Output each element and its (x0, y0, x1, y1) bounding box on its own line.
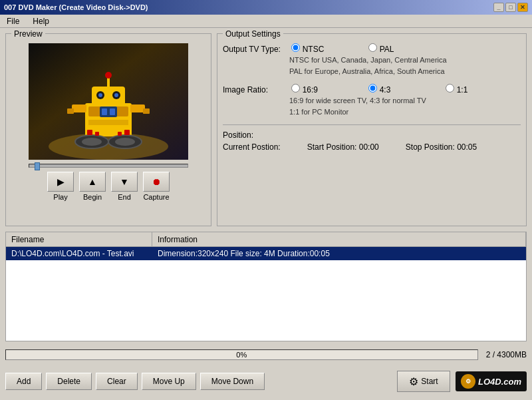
play-button[interactable]: ▶ (47, 172, 74, 192)
play-control: ▶ Play (47, 172, 74, 201)
video-thumbnail (29, 43, 188, 160)
start-label: Start (421, 377, 438, 386)
main-content: Preview (0, 28, 532, 400)
file-list-header: Filename Information (6, 232, 526, 247)
lo4d-icon: ⚙ (461, 374, 475, 389)
svg-rect-22 (124, 130, 130, 135)
preview-panel: Preview (5, 33, 211, 226)
ratio-label: Image Ratio: (223, 85, 289, 95)
table-row[interactable]: D:\LO4D.com\LO4D.com - Test.avi Dimensio… (6, 247, 526, 260)
lo4d-text: LO4D.com (478, 377, 521, 387)
ratio-16-9-radio[interactable] (291, 84, 300, 93)
ratio-16-9-option[interactable]: 16:9 (291, 84, 358, 95)
svg-point-10 (114, 93, 118, 97)
end-button[interactable]: ▼ (111, 172, 138, 192)
end-label: End (118, 193, 131, 201)
ratio-16-9-label: 16:9 (303, 85, 318, 95)
pal-option[interactable]: PAL (368, 43, 435, 54)
start-position: Start Position: 00:00 (307, 142, 379, 152)
ratio-1-1-label: 1:1 (457, 85, 468, 95)
ntsc-radio[interactable] (291, 43, 300, 52)
storage-label: 2 / 4300MB (486, 350, 527, 359)
video-display (29, 43, 188, 160)
ntsc-label: NTSC (303, 45, 325, 54)
svg-point-20 (115, 138, 135, 146)
delete-button[interactable]: Delete (46, 373, 92, 390)
capture-control: ⏺ Capture (143, 172, 170, 201)
top-row: Preview (5, 33, 527, 226)
move-down-button[interactable]: Move Down (200, 373, 265, 390)
current-position-label: Current Postion: (223, 142, 281, 152)
add-button[interactable]: Add (5, 373, 42, 390)
action-buttons-left: Add Delete Clear Move Up Move Down (5, 373, 265, 390)
lo4d-logo: ⚙ LO4D.com (456, 371, 527, 391)
ratio-4-3-option[interactable]: 4:3 (368, 84, 435, 95)
svg-point-12 (105, 72, 112, 79)
stop-position-value: 00:05 (457, 142, 477, 152)
svg-point-9 (98, 93, 102, 97)
title-bar: 007 DVD Maker (Create Video Disk->DVD) _… (0, 0, 532, 15)
stop-position: Stop Position: 00:05 (406, 142, 477, 152)
col-header-info: Information (152, 232, 526, 246)
pal-radio[interactable] (368, 43, 377, 52)
start-button[interactable]: ⚙ Start (397, 371, 450, 392)
svg-point-19 (82, 138, 102, 146)
file-cell-name: D:\LO4D.com\LO4D.com - Test.avi (6, 248, 152, 259)
close-button[interactable]: ✕ (517, 3, 528, 12)
clear-button[interactable]: Clear (96, 373, 138, 390)
window-title: 007 DVD Maker (Create Video Disk->DVD) (4, 3, 148, 11)
ratio-hint2: 1:1 for PC Monitor (289, 107, 521, 117)
svg-rect-16 (143, 108, 150, 114)
seek-bar[interactable] (29, 164, 188, 168)
ratio-4-3-label: 4:3 (380, 85, 391, 95)
progress-label: 0% (6, 350, 477, 359)
capture-label: Capture (143, 193, 169, 201)
file-list: Filename Information D:\LO4D.com\LO4D.co… (5, 232, 527, 341)
position-values: Current Postion: Start Position: 00:00 S… (223, 142, 521, 152)
begin-control: ▲ Begin (79, 172, 106, 201)
position-label: Position: (223, 130, 253, 140)
window-controls[interactable]: _ □ ✕ (493, 3, 528, 12)
ratio-options: 16:9 4:3 1:1 (291, 84, 512, 95)
tv-hint2: PAL for Europe, Australia, Africa, South… (289, 67, 521, 77)
minimize-button[interactable]: _ (493, 3, 504, 12)
bottom-buttons: Add Delete Clear Move Up Move Down ⚙ Sta… (5, 368, 527, 395)
tv-hint1: NTSC for USA, Canada, Japan, Central Ame… (289, 55, 521, 65)
menu-file[interactable]: File (3, 16, 23, 27)
output-settings-panel: Output Settings Output TV Type: NTSC PAL… (217, 33, 527, 226)
ratio-1-1-radio[interactable] (446, 84, 454, 93)
svg-rect-23 (95, 132, 99, 136)
menu-help[interactable]: Help (29, 16, 53, 27)
svg-point-1 (49, 133, 168, 160)
seek-track[interactable] (29, 164, 188, 168)
maximize-button[interactable]: □ (505, 3, 516, 12)
svg-rect-15 (67, 108, 74, 114)
ratio-1-1-option[interactable]: 1:1 (446, 84, 512, 95)
file-list-body[interactable]: D:\LO4D.com\LO4D.com - Test.avi Dimensio… (6, 247, 526, 341)
progress-bar: 0% (5, 349, 478, 360)
capture-button[interactable]: ⏺ (143, 172, 170, 192)
start-icon: ⚙ (409, 375, 418, 388)
col-header-filename: Filename (6, 232, 152, 246)
play-label: Play (53, 193, 67, 201)
tv-type-section: Output TV Type: NTSC PAL NTSC for USA, C… (223, 43, 521, 77)
menu-bar: File Help (0, 15, 532, 28)
file-cell-info: Dimension:320x240 File size: 4M Duration… (152, 248, 526, 259)
svg-rect-14 (130, 104, 145, 112)
ntsc-option[interactable]: NTSC (291, 43, 358, 54)
svg-rect-26 (102, 108, 107, 115)
progress-area: 0% (5, 349, 478, 360)
playback-controls: ▶ Play ▲ Begin ▼ End ⏺ Capture (11, 172, 205, 201)
progress-row: 0% 2 / 4300MB (5, 347, 527, 363)
ratio-hint1: 16:9 for wide screen TV, 4:3 for normal … (289, 96, 521, 106)
move-up-button[interactable]: Move Up (142, 373, 196, 390)
ratio-4-3-radio[interactable] (368, 84, 377, 93)
tv-type-options: NTSC PAL (291, 43, 435, 54)
seek-thumb[interactable] (35, 162, 40, 170)
start-area: ⚙ Start ⚙ LO4D.com (397, 371, 527, 392)
svg-rect-5 (88, 120, 128, 125)
divider (223, 124, 521, 125)
tv-type-label: Output TV Type: (223, 45, 289, 54)
end-control: ▼ End (111, 172, 138, 201)
begin-button[interactable]: ▲ (79, 172, 106, 192)
